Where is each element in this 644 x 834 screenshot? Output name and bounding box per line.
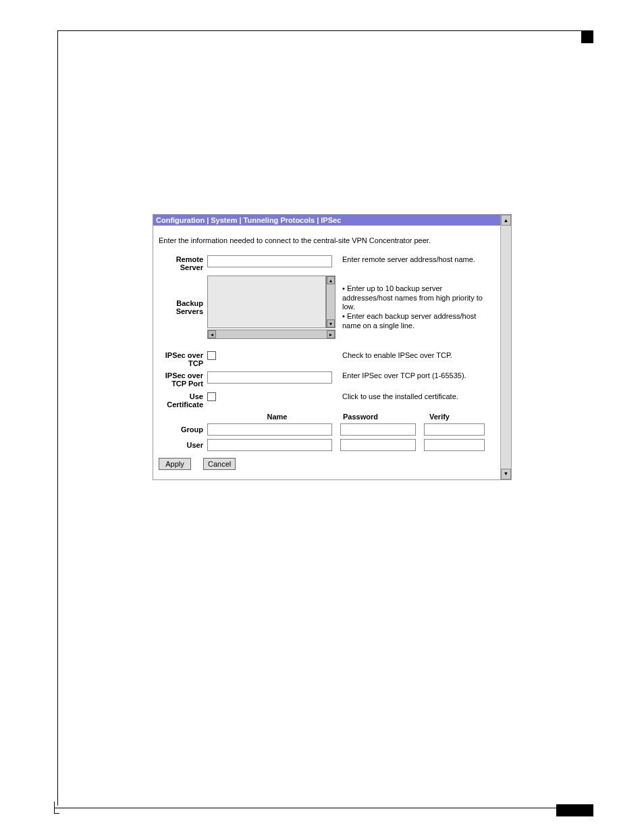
group-password-input[interactable]	[340, 423, 416, 436]
ipsec-tcp-port-help: Enter IPSec over TCP port (1-65535).	[336, 371, 493, 381]
panel-content: Enter the information needed to connect …	[153, 226, 500, 479]
scroll-down-icon[interactable]: ▼	[501, 469, 511, 479]
backup-help-line1: Enter up to 10 backup server addresses/h…	[342, 284, 493, 312]
textarea-hscrollbar[interactable]: ◄ ►	[207, 330, 336, 339]
password-header: Password	[343, 413, 429, 421]
chevron-up-icon[interactable]: ▲	[327, 276, 335, 284]
credentials-header: Name Password Verify	[159, 413, 493, 421]
user-name-input[interactable]	[207, 439, 332, 451]
backup-servers-textarea[interactable]	[207, 276, 326, 328]
ipsec-tcp-port-input[interactable]	[207, 371, 332, 384]
verify-header: Verify	[429, 413, 490, 421]
ipsec-tcp-port-label: IPSec over TCP Port	[159, 371, 207, 388]
use-cert-help: Click to use the installed certificate.	[336, 392, 493, 402]
remote-server-input[interactable]	[207, 255, 332, 267]
chevron-down-icon[interactable]: ▼	[327, 319, 335, 328]
cancel-button[interactable]: Cancel	[203, 458, 236, 470]
panel-scrollbar[interactable]: ▲ ▼	[500, 215, 511, 479]
remote-server-label: Remote Server	[159, 255, 207, 271]
chevron-left-icon[interactable]: ◄	[208, 330, 216, 338]
intro-text: Enter the information needed to connect …	[159, 236, 493, 244]
group-verify-input[interactable]	[424, 423, 485, 436]
page-corner-tick	[54, 802, 59, 814]
use-cert-label: Use Certificate	[159, 392, 207, 409]
breadcrumb: Configuration | System | Tunneling Proto…	[153, 215, 500, 226]
use-cert-checkbox[interactable]	[207, 392, 216, 401]
group-row: Group	[159, 423, 493, 436]
ipsec-tcp-help: Check to enable IPSec over TCP.	[336, 351, 493, 361]
ipsec-tcp-label: IPSec over TCP	[159, 351, 207, 367]
name-header: Name	[211, 413, 343, 421]
ipsec-config-panel: ▲ ▼ Configuration | System | Tunneling P…	[153, 214, 512, 480]
user-label: User	[159, 441, 207, 449]
chevron-right-icon[interactable]: ►	[327, 330, 335, 338]
backup-servers-help: Enter up to 10 backup server addresses/h…	[336, 284, 493, 331]
user-row: User	[159, 439, 493, 451]
page-bottom-frame	[54, 808, 593, 808]
group-name-input[interactable]	[207, 423, 332, 436]
user-password-input[interactable]	[340, 439, 416, 451]
textarea-vscrollbar[interactable]: ▲ ▼	[326, 276, 336, 328]
group-label: Group	[159, 425, 207, 434]
button-row: Apply Cancel	[159, 458, 493, 470]
remote-server-help: Enter remote server address/host name.	[336, 255, 493, 265]
scroll-up-icon[interactable]: ▲	[501, 215, 511, 226]
user-verify-input[interactable]	[424, 439, 485, 451]
ipsec-tcp-checkbox[interactable]	[207, 351, 216, 360]
apply-button[interactable]: Apply	[159, 458, 191, 470]
backup-servers-label: Backup Servers	[159, 299, 207, 315]
backup-help-line2: Enter each backup server address/host na…	[342, 312, 493, 331]
